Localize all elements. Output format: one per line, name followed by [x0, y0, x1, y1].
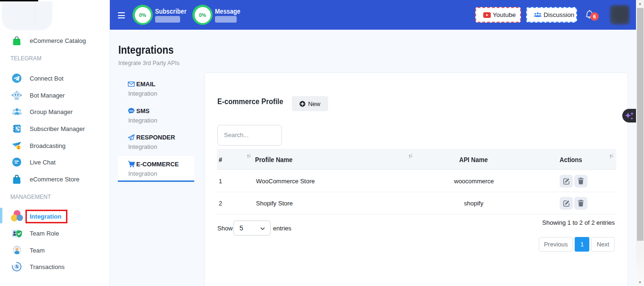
svg-text:1: 1 — [17, 145, 20, 149]
svg-text:SMS: SMS — [129, 109, 133, 112]
